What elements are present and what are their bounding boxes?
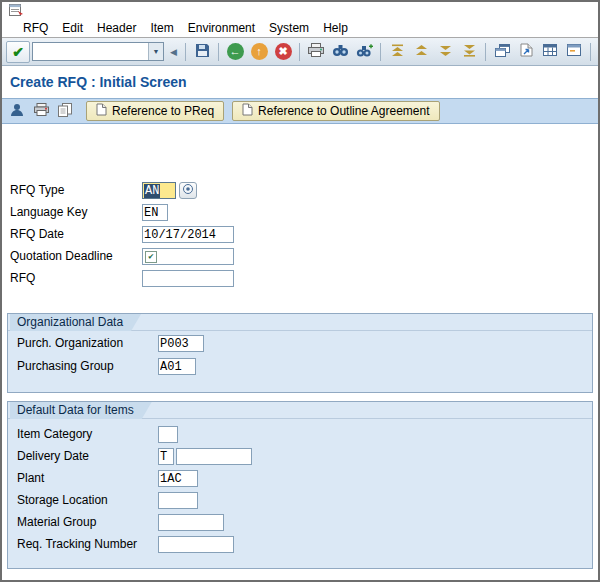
command-field-wrap: ▼ xyxy=(32,42,164,61)
print-button[interactable] xyxy=(304,41,328,63)
purch-organization-label: Purch. Organization xyxy=(17,335,123,352)
rfq-date-field[interactable] xyxy=(142,226,234,243)
language-key-label: Language Key xyxy=(10,204,87,221)
item-category-field[interactable] xyxy=(158,426,178,443)
new-session-button[interactable] xyxy=(490,41,514,63)
enter-icon: ✔ xyxy=(12,45,24,59)
find-next-icon xyxy=(356,44,373,60)
default-data-header: Default Data for Items xyxy=(8,402,592,419)
save-button[interactable] xyxy=(190,41,214,63)
printer-icon xyxy=(34,103,49,119)
menu-edit[interactable]: Edit xyxy=(55,21,90,35)
rfq-type-value: AN xyxy=(144,184,160,198)
storage-location-field[interactable] xyxy=(158,492,198,509)
menu-header[interactable]: Header xyxy=(90,21,143,35)
delivery-date-category-field[interactable] xyxy=(158,448,174,465)
toolbar-separator xyxy=(485,43,486,61)
rfq-number-field[interactable] xyxy=(142,270,234,287)
system-menu-icon[interactable] xyxy=(8,4,24,17)
session-window-button[interactable] xyxy=(562,41,586,63)
help-button[interactable]: ? xyxy=(595,41,600,63)
exit-icon: ↑ xyxy=(251,43,268,60)
page-title: Create RFQ : Initial Screen xyxy=(10,74,187,90)
find-icon xyxy=(332,44,349,60)
first-page-icon xyxy=(391,44,404,60)
find-next-button[interactable] xyxy=(352,41,376,63)
delivery-date-field[interactable] xyxy=(176,448,252,465)
create-shortcut-button[interactable] xyxy=(514,41,538,63)
enter-button[interactable]: ✔ xyxy=(6,41,30,63)
command-dropdown-icon[interactable]: ▼ xyxy=(148,43,163,60)
possible-entries-button[interactable] xyxy=(179,182,197,199)
req-tracking-number-label: Req. Tracking Number xyxy=(17,536,137,553)
mandatory-field-icon: ✔ xyxy=(145,251,157,263)
toolbar-separator xyxy=(380,43,381,61)
purchasing-group-field[interactable] xyxy=(158,358,196,375)
back-icon: ← xyxy=(227,43,244,60)
reference-to-preq-label: Reference to PReq xyxy=(112,104,214,118)
toolbar-separator xyxy=(218,43,219,61)
rfq-number-label: RFQ xyxy=(10,270,35,287)
menu-rfq[interactable]: RFQ xyxy=(16,21,55,35)
exit-button[interactable]: ↑ xyxy=(247,41,271,63)
title-row: Create RFQ : Initial Screen xyxy=(2,66,598,98)
menu-bar: RFQ Edit Header Item Environment System … xyxy=(2,19,598,38)
material-group-label: Material Group xyxy=(17,514,96,531)
default-data-group: Default Data for Items Item Category Del… xyxy=(7,401,593,569)
menu-environment[interactable]: Environment xyxy=(181,21,262,35)
customize-layout-button[interactable] xyxy=(538,41,562,63)
delivery-date-label: Delivery Date xyxy=(17,448,89,465)
previous-page-button[interactable] xyxy=(409,41,433,63)
window-icon xyxy=(567,44,581,59)
reference-to-outline-agreement-button[interactable]: Reference to Outline Agreement xyxy=(232,101,439,121)
storage-location-label: Storage Location xyxy=(17,492,108,509)
language-key-field[interactable] xyxy=(142,204,168,221)
previous-page-icon xyxy=(415,44,428,60)
sap-gui-window: RFQ Edit Header Item Environment System … xyxy=(0,0,600,582)
cancel-button[interactable]: ✖ xyxy=(271,41,295,63)
form-area: RFQ Type AN Language Key RFQ Date Quotat… xyxy=(2,124,598,578)
vendor-button[interactable] xyxy=(6,101,28,121)
reference-to-outline-agreement-label: Reference to Outline Agreement xyxy=(258,104,429,118)
next-page-icon xyxy=(439,44,452,60)
menu-item[interactable]: Item xyxy=(143,21,180,35)
layout-grid-icon xyxy=(543,44,557,59)
purch-organization-field[interactable] xyxy=(158,335,204,352)
material-group-field[interactable] xyxy=(158,514,224,531)
last-page-icon xyxy=(463,44,476,60)
command-collapse-icon[interactable]: ◀ xyxy=(166,42,181,61)
back-button[interactable]: ← xyxy=(223,41,247,63)
plant-label: Plant xyxy=(17,470,44,487)
find-button[interactable] xyxy=(328,41,352,63)
menu-help[interactable]: Help xyxy=(316,21,355,35)
create-shortcut-icon xyxy=(520,43,533,60)
standard-toolbar: ✔ ▼ ◀ ← ↑ ✖ xyxy=(2,38,598,66)
toolbar-right-group: ? xyxy=(538,41,600,63)
last-page-button[interactable] xyxy=(457,41,481,63)
menu-system[interactable]: System xyxy=(262,21,316,35)
save-icon xyxy=(195,43,210,61)
quotation-deadline-field[interactable]: ✔ xyxy=(142,248,234,265)
copy-button[interactable] xyxy=(54,101,76,121)
req-tracking-number-field[interactable] xyxy=(158,536,234,553)
print-icon xyxy=(308,43,324,60)
quotation-deadline-label: Quotation Deadline xyxy=(10,248,113,265)
toolbar-separator xyxy=(299,43,300,61)
reference-to-preq-button[interactable]: Reference to PReq xyxy=(86,101,224,121)
print-preview-button[interactable] xyxy=(30,101,52,121)
toolbar-separator xyxy=(590,43,591,61)
copy-icon xyxy=(58,103,72,120)
next-page-button[interactable] xyxy=(433,41,457,63)
first-page-button[interactable] xyxy=(385,41,409,63)
cancel-icon: ✖ xyxy=(275,43,292,60)
rfq-type-label: RFQ Type xyxy=(10,182,64,199)
system-row xyxy=(2,2,598,19)
document-icon xyxy=(242,103,253,119)
purchasing-group-label: Purchasing Group xyxy=(17,358,114,375)
organizational-data-group: Organizational Data Purch. Organization … xyxy=(7,313,593,393)
command-field[interactable] xyxy=(33,43,148,60)
plant-field[interactable] xyxy=(158,470,198,487)
item-category-label: Item Category xyxy=(17,426,92,443)
rfq-date-label: RFQ Date xyxy=(10,226,64,243)
rfq-type-field[interactable]: AN xyxy=(142,182,176,199)
